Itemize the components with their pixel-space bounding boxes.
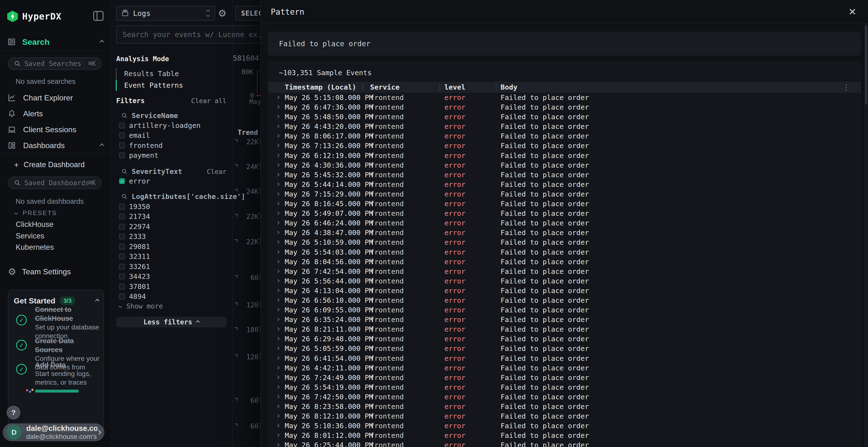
checkbox[interactable] <box>119 253 125 260</box>
show-more-button[interactable]: Show more <box>119 302 163 311</box>
col-header-body[interactable]: Body <box>500 82 518 93</box>
table-row[interactable]: May 26 7:13:26.000 PM frontend error Fai… <box>268 141 861 150</box>
filter-option[interactable]: 29081 <box>111 242 227 252</box>
filter-option[interactable]: email <box>111 131 227 141</box>
pattern-row-preview[interactable]: 60 <box>232 397 260 404</box>
less-filters-button[interactable]: Less filters <box>116 317 226 327</box>
create-dashboard-button[interactable]: + Create Dashboard <box>14 160 85 170</box>
filter-option[interactable]: 33261 <box>111 262 227 272</box>
col-header-level[interactable]: level <box>444 82 465 93</box>
table-row[interactable]: May 26 6:41:54.000 PM frontend error Fai… <box>268 353 861 363</box>
pattern-row-preview[interactable]: 180 <box>232 326 260 333</box>
table-row[interactable]: May 26 6:35:24.000 PM frontend error Fai… <box>268 315 861 324</box>
source-select[interactable]: Logs <box>116 6 215 21</box>
table-row[interactable]: May 26 4:38:47.000 PM frontend error Fai… <box>268 228 861 238</box>
filter-option[interactable]: 22974 <box>111 221 227 232</box>
filter-option[interactable]: payment <box>111 150 227 161</box>
filter-option[interactable]: 4894 <box>111 291 227 302</box>
table-row[interactable]: May 26 5:56:44.000 PM frontend error Fai… <box>268 276 861 286</box>
sidebar-item-chart-explorer[interactable]: Chart Explorer <box>7 92 103 104</box>
table-row[interactable]: May 26 8:21:11.000 PM frontend error Fai… <box>268 324 861 334</box>
mode-results-table[interactable]: Results Table <box>116 68 207 79</box>
pattern-row-preview[interactable]: 24K <box>232 163 260 170</box>
table-row[interactable]: May 26 7:15:29.000 PM frontend error Fai… <box>268 189 861 199</box>
checkbox[interactable] <box>119 133 125 138</box>
filter-option[interactable]: 19350 <box>111 202 227 212</box>
col-header-timestamp[interactable]: Timestamp (Local) <box>285 82 356 93</box>
checkbox[interactable] <box>119 274 125 279</box>
clear-severity-link[interactable]: Clear <box>207 168 226 175</box>
help-button[interactable]: ? <box>6 406 21 419</box>
table-row[interactable]: May 26 4:43:20.000 PM frontend error Fai… <box>268 122 861 131</box>
filter-option[interactable]: 32311 <box>111 252 227 262</box>
table-row[interactable]: May 26 7:42:54.000 PM frontend error Fai… <box>268 267 861 276</box>
pattern-row-preview[interactable]: 24K <box>232 187 260 195</box>
table-row[interactable]: May 26 4:13:04.000 PM frontend error Fai… <box>268 286 861 296</box>
table-row[interactable]: May 26 4:30:36.000 PM frontend error Fai… <box>268 161 861 170</box>
clear-all-link[interactable]: Clear all <box>191 97 226 105</box>
table-row[interactable]: May 26 6:25:44.000 PM frontend error Fai… <box>268 440 861 447</box>
checkbox[interactable] <box>119 224 125 230</box>
saved-dashboards-input[interactable]: Saved Dashboards ⌘K <box>8 176 101 189</box>
scrollbar[interactable] <box>864 23 868 447</box>
mode-event-patterns[interactable]: Event Patterns <box>116 80 207 91</box>
table-row[interactable]: May 26 5:05:59.000 PM frontend error Fai… <box>268 344 861 353</box>
table-row[interactable]: May 26 5:44:14.000 PM frontend error Fai… <box>268 180 861 189</box>
table-row[interactable]: May 26 6:56:10.000 PM frontend error Fai… <box>268 296 861 305</box>
checkbox[interactable] <box>119 214 125 219</box>
checkbox[interactable]: ✓ <box>119 178 125 184</box>
table-row[interactable]: May 26 4:42:11.000 PM frontend error Fai… <box>268 363 861 373</box>
preset-kubernetes[interactable]: Kubernetes <box>16 243 54 252</box>
table-row[interactable]: May 26 8:01:12.000 PM frontend error Fai… <box>268 431 861 440</box>
table-row[interactable]: May 26 5:10:36.000 PM frontend error Fai… <box>268 421 861 431</box>
checkbox[interactable] <box>119 152 125 158</box>
table-row[interactable]: May 26 8:12:10.000 PM frontend error Fai… <box>268 411 861 421</box>
checkbox[interactable] <box>119 244 125 249</box>
pattern-row-preview[interactable]: 22K <box>232 138 260 145</box>
filter-option[interactable]: 2333 <box>111 232 227 242</box>
table-row[interactable]: May 26 7:42:50.000 PM frontend error Fai… <box>268 392 861 402</box>
filter-option[interactable]: 37801 <box>111 281 227 291</box>
sidebar-item-team-settings[interactable]: ⚙ Team Settings <box>8 266 71 277</box>
checklist-item-add-data[interactable]: ✓ Add Data Start sending logs, metrics, … <box>14 360 100 387</box>
filter-option[interactable]: frontend <box>111 140 227 150</box>
filter-option[interactable]: artillery-loadgen <box>111 121 227 131</box>
checkbox[interactable] <box>119 264 125 270</box>
table-row[interactable]: May 26 8:23:58.000 PM frontend error Fai… <box>268 402 861 411</box>
checkbox[interactable] <box>119 143 125 148</box>
table-row[interactable]: May 26 6:09:55.000 PM frontend error Fai… <box>268 305 861 315</box>
source-settings-gear-icon[interactable]: ⚙ <box>218 8 227 19</box>
table-row[interactable]: May 26 5:54:19.000 PM frontend error Fai… <box>268 382 861 392</box>
table-row[interactable]: May 26 8:16:45.000 PM frontend error Fai… <box>268 199 861 209</box>
checkbox[interactable] <box>119 284 125 289</box>
scrollbar-thumb[interactable] <box>865 25 867 105</box>
table-row[interactable]: May 26 5:54:03.000 PM frontend error Fai… <box>268 247 861 257</box>
table-row[interactable]: May 26 5:49:07.000 PM frontend error Fai… <box>268 209 861 218</box>
get-started-header[interactable]: Get Started 3/3 <box>14 296 99 306</box>
table-row[interactable]: May 26 6:47:36.000 PM frontend error Fai… <box>268 102 861 112</box>
preset-clickhouse[interactable]: ClickHouse <box>16 220 54 229</box>
sidebar-item-alerts[interactable]: Alerts <box>7 108 103 119</box>
pattern-row-preview[interactable]: 120 <box>232 301 260 308</box>
filter-option[interactable]: ✓ error <box>111 176 227 186</box>
checkbox[interactable] <box>119 294 125 299</box>
pattern-row-preview[interactable]: 120 <box>232 353 260 360</box>
column-resize-handle[interactable] <box>439 84 440 91</box>
col-header-service[interactable]: Service <box>370 82 400 93</box>
table-row[interactable]: May 26 6:12:19.000 PM frontend error Fai… <box>268 151 861 161</box>
table-row[interactable]: May 26 5:48:50.000 PM frontend error Fai… <box>268 112 861 122</box>
checkbox[interactable] <box>119 234 125 239</box>
table-row[interactable]: May 26 6:29:48.000 PM frontend error Fai… <box>268 334 861 344</box>
table-row[interactable]: May 26 8:06:17.000 PM frontend error Fai… <box>268 131 861 141</box>
checkbox[interactable] <box>119 123 125 128</box>
close-icon[interactable]: ✕ <box>848 6 857 18</box>
checkbox[interactable] <box>119 204 125 209</box>
pattern-row-preview[interactable]: 60 <box>232 422 260 429</box>
presets-toggle[interactable]: PRESETS <box>15 209 57 217</box>
sidebar-collapse-icon[interactable] <box>93 11 103 21</box>
sidebar-item-dashboards[interactable]: Dashboards <box>7 140 103 151</box>
column-resize-handle[interactable] <box>362 84 363 91</box>
sidebar-section-search[interactable]: Search <box>7 37 103 47</box>
pattern-row-preview[interactable]: 22K <box>232 213 260 220</box>
table-row[interactable]: May 26 7:24:49.000 PM frontend error Fai… <box>268 373 861 382</box>
